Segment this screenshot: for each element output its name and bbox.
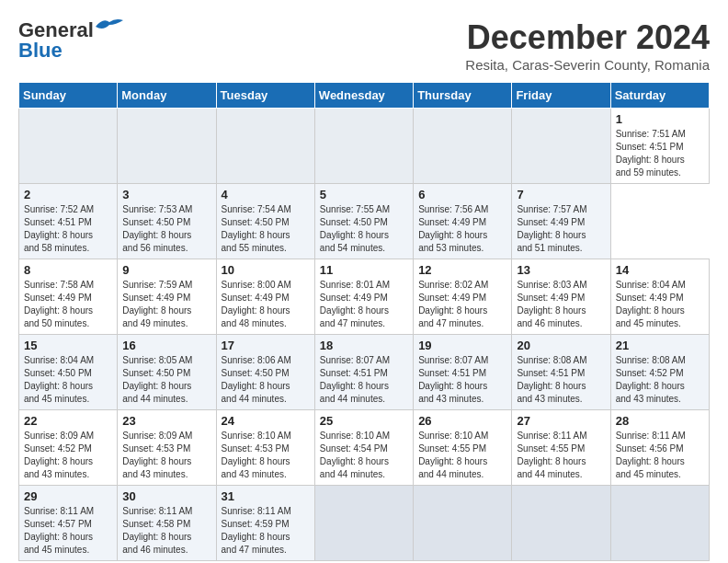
calendar-cell: 28Sunrise: 8:11 AMSunset: 4:56 PMDayligh…	[610, 410, 709, 486]
calendar-week-2: 2Sunrise: 7:52 AMSunset: 4:51 PMDaylight…	[19, 184, 710, 259]
day-number: 31	[222, 489, 310, 503]
day-detail: Sunrise: 7:55 AMSunset: 4:50 PMDaylight:…	[320, 203, 408, 255]
day-detail: Sunrise: 8:09 AMSunset: 4:52 PMDaylight:…	[24, 430, 112, 481]
day-detail: Sunrise: 8:08 AMSunset: 4:51 PMDaylight:…	[517, 354, 605, 406]
title-section: December 2024 Resita, Caras-Severin Coun…	[465, 18, 710, 73]
calendar-cell: 20Sunrise: 8:08 AMSunset: 4:51 PMDayligh…	[512, 335, 610, 410]
day-number: 2	[24, 188, 112, 201]
calendar-cell: 17Sunrise: 8:06 AMSunset: 4:50 PMDayligh…	[216, 335, 314, 410]
calendar-cell: 29Sunrise: 8:11 AMSunset: 4:57 PMDayligh…	[19, 486, 118, 561]
calendar-cell: 21Sunrise: 8:08 AMSunset: 4:52 PMDayligh…	[610, 335, 709, 410]
day-number: 30	[122, 489, 210, 503]
day-number: 18	[320, 339, 408, 352]
day-detail: Sunrise: 8:11 AMSunset: 4:55 PMDaylight:…	[517, 430, 605, 481]
logo-text-blue: Blue	[18, 39, 63, 63]
calendar-header-wednesday: Wednesday	[314, 83, 413, 109]
day-number: 4	[222, 188, 310, 201]
calendar-cell	[414, 486, 512, 561]
day-number: 20	[517, 339, 605, 352]
subtitle: Resita, Caras-Severin County, Romania	[465, 57, 710, 73]
calendar-cell: 7Sunrise: 7:57 AMSunset: 4:49 PMDaylight…	[512, 184, 610, 259]
day-number: 8	[24, 263, 112, 277]
day-detail: Sunrise: 8:05 AMSunset: 4:50 PMDaylight:…	[122, 354, 210, 406]
day-number: 1	[616, 112, 704, 126]
day-detail: Sunrise: 7:57 AMSunset: 4:49 PMDaylight:…	[517, 203, 605, 255]
day-number: 23	[122, 414, 210, 428]
calendar-cell: 24Sunrise: 8:10 AMSunset: 4:53 PMDayligh…	[216, 410, 314, 486]
main-title: December 2024	[465, 18, 710, 57]
day-detail: Sunrise: 8:07 AMSunset: 4:51 PMDaylight:…	[320, 354, 408, 406]
calendar-cell: 2Sunrise: 7:52 AMSunset: 4:51 PMDaylight…	[19, 184, 118, 259]
calendar-cell	[118, 109, 216, 184]
calendar-week-4: 15Sunrise: 8:04 AMSunset: 4:50 PMDayligh…	[19, 335, 710, 410]
day-detail: Sunrise: 7:51 AMSunset: 4:51 PMDaylight:…	[616, 128, 704, 179]
day-number: 25	[320, 414, 408, 428]
calendar-header-sunday: Sunday	[19, 83, 118, 109]
calendar-cell: 8Sunrise: 7:58 AMSunset: 4:49 PMDaylight…	[19, 259, 118, 335]
day-number: 29	[24, 489, 112, 503]
calendar-cell: 31Sunrise: 8:11 AMSunset: 4:59 PMDayligh…	[216, 486, 314, 561]
calendar-cell	[216, 109, 314, 184]
calendar-cell	[512, 109, 610, 184]
calendar-table: SundayMondayTuesdayWednesdayThursdayFrid…	[18, 82, 710, 561]
day-detail: Sunrise: 7:52 AMSunset: 4:51 PMDaylight:…	[24, 203, 112, 255]
calendar-cell: 22Sunrise: 8:09 AMSunset: 4:52 PMDayligh…	[19, 410, 118, 486]
day-number: 5	[320, 188, 408, 201]
day-number: 15	[24, 339, 112, 352]
day-number: 22	[24, 414, 112, 428]
day-number: 10	[222, 263, 310, 277]
day-detail: Sunrise: 8:09 AMSunset: 4:53 PMDaylight:…	[122, 430, 210, 481]
calendar-cell	[314, 486, 413, 561]
calendar-cell: 23Sunrise: 8:09 AMSunset: 4:53 PMDayligh…	[118, 410, 216, 486]
calendar-header-thursday: Thursday	[414, 83, 512, 109]
calendar-cell: 27Sunrise: 8:11 AMSunset: 4:55 PMDayligh…	[512, 410, 610, 486]
calendar-week-1: 1Sunrise: 7:51 AMSunset: 4:51 PMDaylight…	[19, 109, 710, 184]
calendar-cell: 15Sunrise: 8:04 AMSunset: 4:50 PMDayligh…	[19, 335, 118, 410]
day-number: 27	[517, 414, 605, 428]
day-detail: Sunrise: 8:11 AMSunset: 4:58 PMDaylight:…	[122, 505, 210, 557]
day-number: 28	[616, 414, 704, 428]
calendar-cell: 12Sunrise: 8:02 AMSunset: 4:49 PMDayligh…	[414, 259, 512, 335]
calendar-cell	[512, 486, 610, 561]
day-number: 6	[418, 188, 506, 201]
day-number: 12	[418, 263, 506, 277]
day-detail: Sunrise: 8:03 AMSunset: 4:49 PMDaylight:…	[517, 279, 605, 330]
day-number: 24	[222, 414, 310, 428]
calendar-cell: 13Sunrise: 8:03 AMSunset: 4:49 PMDayligh…	[512, 259, 610, 335]
day-detail: Sunrise: 8:00 AMSunset: 4:49 PMDaylight:…	[222, 279, 310, 330]
logo: General Blue	[18, 18, 123, 63]
day-detail: Sunrise: 7:53 AMSunset: 4:50 PMDaylight:…	[122, 203, 210, 255]
day-number: 9	[122, 263, 210, 277]
day-detail: Sunrise: 7:56 AMSunset: 4:49 PMDaylight:…	[418, 203, 506, 255]
day-detail: Sunrise: 7:54 AMSunset: 4:50 PMDaylight:…	[222, 203, 310, 255]
calendar-cell: 16Sunrise: 8:05 AMSunset: 4:50 PMDayligh…	[118, 335, 216, 410]
calendar-cell: 19Sunrise: 8:07 AMSunset: 4:51 PMDayligh…	[414, 335, 512, 410]
day-detail: Sunrise: 8:11 AMSunset: 4:57 PMDaylight:…	[24, 505, 112, 557]
day-detail: Sunrise: 8:10 AMSunset: 4:54 PMDaylight:…	[320, 430, 408, 481]
calendar-cell: 18Sunrise: 8:07 AMSunset: 4:51 PMDayligh…	[314, 335, 413, 410]
day-detail: Sunrise: 8:10 AMSunset: 4:53 PMDaylight:…	[222, 430, 310, 481]
calendar-cell: 4Sunrise: 7:54 AMSunset: 4:50 PMDaylight…	[216, 184, 314, 259]
page-header: General Blue December 2024 Resita, Caras…	[18, 18, 710, 73]
calendar-cell: 6Sunrise: 7:56 AMSunset: 4:49 PMDaylight…	[414, 184, 512, 259]
calendar-cell	[610, 486, 709, 561]
day-detail: Sunrise: 8:06 AMSunset: 4:50 PMDaylight:…	[222, 354, 310, 406]
day-number: 16	[122, 339, 210, 352]
day-detail: Sunrise: 7:58 AMSunset: 4:49 PMDaylight:…	[24, 279, 112, 330]
day-number: 19	[418, 339, 506, 352]
day-detail: Sunrise: 8:04 AMSunset: 4:50 PMDaylight:…	[24, 354, 112, 406]
day-detail: Sunrise: 8:01 AMSunset: 4:49 PMDaylight:…	[320, 279, 408, 330]
calendar-cell: 3Sunrise: 7:53 AMSunset: 4:50 PMDaylight…	[118, 184, 216, 259]
calendar-cell: 1Sunrise: 7:51 AMSunset: 4:51 PMDaylight…	[610, 109, 709, 184]
day-detail: Sunrise: 8:02 AMSunset: 4:49 PMDaylight:…	[418, 279, 506, 330]
day-number: 26	[418, 414, 506, 428]
calendar-cell	[19, 109, 118, 184]
day-detail: Sunrise: 8:10 AMSunset: 4:55 PMDaylight:…	[418, 430, 506, 481]
day-detail: Sunrise: 8:07 AMSunset: 4:51 PMDaylight:…	[418, 354, 506, 406]
day-detail: Sunrise: 8:04 AMSunset: 4:49 PMDaylight:…	[616, 279, 704, 330]
day-number: 13	[517, 263, 605, 277]
calendar-cell: 30Sunrise: 8:11 AMSunset: 4:58 PMDayligh…	[118, 486, 216, 561]
calendar-header-saturday: Saturday	[610, 83, 709, 109]
calendar-header: SundayMondayTuesdayWednesdayThursdayFrid…	[19, 83, 710, 109]
day-number: 7	[517, 188, 605, 201]
